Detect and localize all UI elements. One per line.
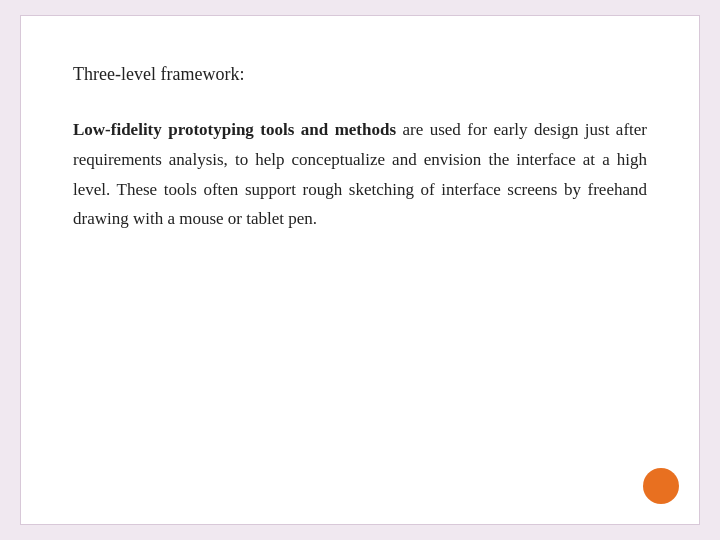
slide-title: Three-level framework: bbox=[73, 64, 647, 85]
slide-container: Three-level framework: Low-fidelity prot… bbox=[20, 15, 700, 525]
orange-circle-decoration bbox=[643, 468, 679, 504]
content-area: Three-level framework: Low-fidelity prot… bbox=[73, 64, 647, 476]
bold-text: Low-fidelity prototyping tools and metho… bbox=[73, 120, 396, 139]
slide-body: Low-fidelity prototyping tools and metho… bbox=[73, 115, 647, 234]
